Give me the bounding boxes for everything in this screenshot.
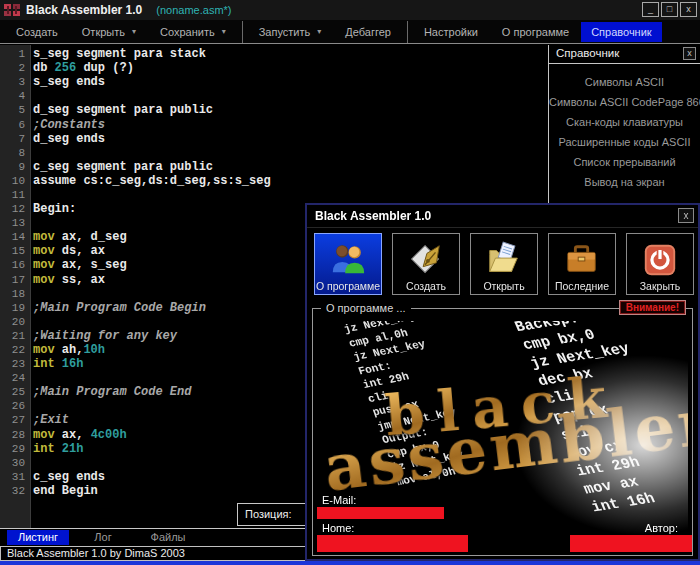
line-number: 30 <box>0 457 33 469</box>
code-line[interactable]: 3s_seg ends <box>0 75 548 89</box>
toolbar-button[interactable]: О программе <box>490 22 581 42</box>
toolbar-button[interactable]: Создать <box>4 22 70 42</box>
code-line[interactable]: 11 <box>0 188 548 202</box>
code-line[interactable]: 8 <box>0 146 548 160</box>
code-text: ;Main Program Code Begin <box>33 301 206 315</box>
reference-item[interactable]: Список прерываний <box>549 152 700 172</box>
tab-active[interactable]: Листинг <box>7 530 69 545</box>
code-line[interactable]: 6;Constants <box>0 117 548 131</box>
reference-close-button[interactable]: x <box>683 47 696 60</box>
dialog-button-label: Последние <box>555 280 609 292</box>
dialog-close-button[interactable]: x <box>678 208 694 223</box>
toolbar-button-label: Справочник <box>591 26 652 38</box>
position-box: Позиция: <box>237 503 309 526</box>
toolbar-separator <box>407 21 408 43</box>
toolbar-button[interactable]: Справочник <box>581 22 662 42</box>
minimize-button[interactable]: _ <box>642 2 659 17</box>
reference-item[interactable]: Вывод на экран <box>549 172 700 192</box>
line-number: 7 <box>0 133 33 145</box>
line-number: 23 <box>0 358 33 370</box>
code-text: int 16h <box>33 357 83 371</box>
toolbar-button[interactable]: Дебаггер <box>333 22 403 42</box>
code-line[interactable]: 10assume cs:c_seg,ds:d_seg,ss:s_seg <box>0 174 548 188</box>
app-window: Black Assembler 1.0 (noname.asm*) _ □ x … <box>0 0 700 565</box>
code-text: d_seg segment para public <box>33 103 213 117</box>
email-label: E-Mail: <box>322 494 356 506</box>
reference-item[interactable]: Символы ASCII <box>549 72 700 92</box>
dialog-button[interactable]: О программе <box>314 233 382 295</box>
app-logo-icon <box>4 4 20 17</box>
tab-item[interactable]: Файлы <box>137 530 199 545</box>
code-text: Begin: <box>33 202 76 216</box>
dialog-button[interactable]: Последние <box>548 233 616 295</box>
line-number: 3 <box>0 76 33 88</box>
code-text: c_seg ends <box>33 470 105 484</box>
line-number: 4 <box>0 90 33 102</box>
open-folder-icon <box>485 241 523 279</box>
code-text: int 21h <box>33 442 83 456</box>
line-number: 28 <box>0 429 33 441</box>
line-number: 5 <box>0 104 33 116</box>
code-text: d_seg ends <box>33 132 105 146</box>
window-controls: _ □ x <box>642 2 697 17</box>
dialog-toolbar: О программеСоздатьОткрытьПоследниеЗакрыт… <box>314 233 694 295</box>
code-text: c_seg segment para public <box>33 160 213 174</box>
code-text: mov ds, ax <box>33 244 105 258</box>
reference-panel-title: Справочник <box>556 47 619 59</box>
reference-item[interactable]: Символы ASCII CodePage 866 <box>549 92 700 112</box>
groupbox-label: О программе ... <box>321 302 411 314</box>
line-number: 22 <box>0 344 33 356</box>
code-line[interactable]: 1s_seg segment para stack <box>0 47 548 61</box>
chevron-down-icon[interactable]: ▾ <box>222 27 226 36</box>
code-text: mov ss, ax <box>33 273 105 287</box>
line-number: 6 <box>0 119 33 131</box>
line-number: 21 <box>0 330 33 342</box>
code-text: mov ax, d_seg <box>33 230 127 244</box>
tab-item[interactable]: Лог <box>72 530 134 545</box>
line-number: 1 <box>0 48 33 60</box>
code-text: ;Constants <box>33 118 105 132</box>
code-text: s_seg ends <box>33 75 105 89</box>
author-label: Автор: <box>645 522 678 534</box>
toolbar-button[interactable]: Открыть▾ <box>70 22 148 42</box>
maximize-button[interactable]: □ <box>661 2 678 17</box>
line-number: 15 <box>0 245 33 257</box>
power-icon <box>641 241 679 279</box>
home-label: Home: <box>322 522 354 534</box>
code-text: db 256 dup (?) <box>33 61 134 75</box>
line-number: 31 <box>0 471 33 483</box>
dialog-button-label: О программе <box>316 280 380 292</box>
line-number: 18 <box>0 288 33 300</box>
close-button[interactable]: x <box>680 2 697 17</box>
code-line[interactable]: 9c_seg segment para public <box>0 160 548 174</box>
main-toolbar: СоздатьОткрыть▾Сохранить▾Запустить▾Дебаг… <box>0 20 700 44</box>
code-line[interactable]: 2db 256 dup (?) <box>0 61 548 75</box>
dialog-button[interactable]: Открыть <box>470 233 538 295</box>
about-groupbox: О программе ... Внимание! jz Next_keycmp… <box>312 308 693 556</box>
dialog-button[interactable]: Создать <box>392 233 460 295</box>
toolbar-button[interactable]: Настройки <box>412 22 490 42</box>
reference-item[interactable]: Расширенные коды ASCII <box>549 132 700 152</box>
line-number: 19 <box>0 302 33 314</box>
code-text: ;Exit <box>33 413 69 427</box>
chevron-down-icon[interactable]: ▾ <box>317 27 321 36</box>
line-number: 9 <box>0 161 33 173</box>
line-number: 16 <box>0 259 33 271</box>
code-line[interactable]: 5d_seg segment para public <box>0 103 548 117</box>
line-number: 10 <box>0 175 33 187</box>
dialog-button-label: Открыть <box>483 280 524 292</box>
reference-item[interactable]: Скан-коды клавиатуры <box>549 112 700 132</box>
chevron-down-icon[interactable]: ▾ <box>132 27 136 36</box>
toolbar-button[interactable]: Сохранить▾ <box>148 22 238 42</box>
code-line[interactable]: 4 <box>0 89 548 103</box>
toolbar-button-label: Запустить <box>259 26 311 38</box>
toolbar-button-label: О программе <box>502 26 569 38</box>
dialog-button[interactable]: Закрыть <box>626 233 694 295</box>
toolbar-button[interactable]: Запустить▾ <box>247 22 334 42</box>
line-number: 12 <box>0 203 33 215</box>
line-number: 20 <box>0 316 33 328</box>
code-line[interactable]: 7d_seg ends <box>0 132 548 146</box>
code-text: ;Waiting for any key <box>33 329 177 343</box>
window-title: Black Assembler 1.0 <box>26 3 142 17</box>
line-number: 14 <box>0 231 33 243</box>
